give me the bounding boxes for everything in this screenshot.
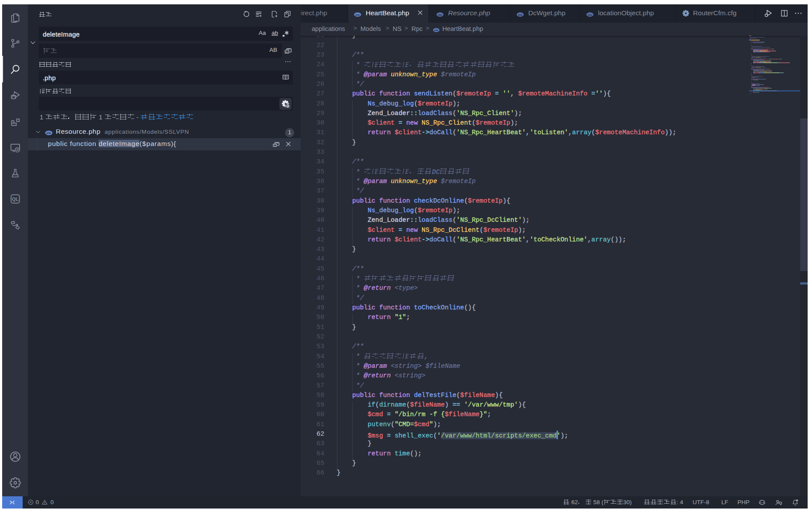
svg-text:php: php xyxy=(517,14,523,16)
svg-text:php: php xyxy=(587,14,592,16)
svg-text:ab: ab xyxy=(287,47,290,51)
svg-text:php: php xyxy=(434,29,438,31)
svg-text:php: php xyxy=(355,14,360,16)
svg-text:php: php xyxy=(46,132,51,134)
svg-text:QL: QL xyxy=(12,197,18,202)
svg-text:fb: fb xyxy=(275,142,279,145)
svg-text:php: php xyxy=(437,14,442,16)
svg-text:ac: ac xyxy=(285,51,289,54)
